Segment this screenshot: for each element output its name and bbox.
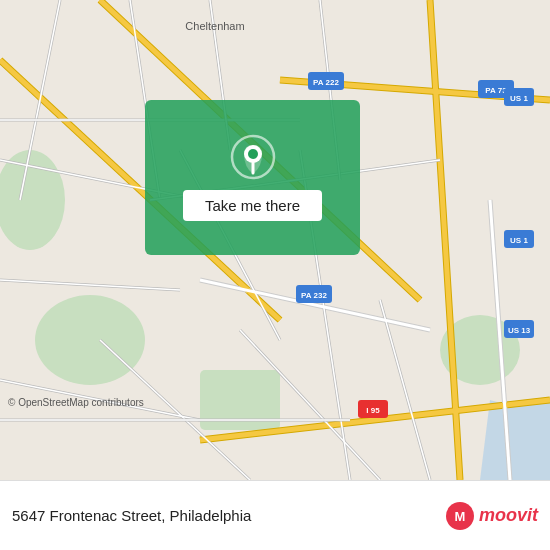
svg-text:PA 232: PA 232 — [301, 291, 327, 300]
moovit-label: moovit — [479, 505, 538, 526]
svg-text:I 95: I 95 — [366, 406, 380, 415]
location-highlight: Take me there — [145, 100, 360, 255]
osm-credit: © OpenStreetMap contributors — [8, 397, 144, 408]
map-container: PA 222 PA 73 US 1 US 1 PA 232 US 13 I 95… — [0, 0, 550, 480]
svg-text:US 13: US 13 — [508, 326, 531, 335]
address-label: 5647 Frontenac Street, Philadelphia — [12, 507, 435, 524]
svg-text:Cheltenham: Cheltenham — [185, 20, 244, 32]
moovit-logo: M moovit — [445, 501, 538, 531]
location-pin-icon — [230, 134, 276, 180]
svg-text:M: M — [455, 509, 466, 524]
moovit-icon: M — [445, 501, 475, 531]
svg-point-66 — [248, 149, 258, 159]
bottom-bar: 5647 Frontenac Street, Philadelphia M mo… — [0, 480, 550, 550]
svg-point-1 — [35, 295, 145, 385]
take-me-there-button[interactable]: Take me there — [183, 190, 322, 221]
svg-text:US 1: US 1 — [510, 94, 528, 103]
svg-text:US 1: US 1 — [510, 236, 528, 245]
svg-text:PA 73: PA 73 — [485, 86, 507, 95]
svg-text:PA 222: PA 222 — [313, 78, 339, 87]
